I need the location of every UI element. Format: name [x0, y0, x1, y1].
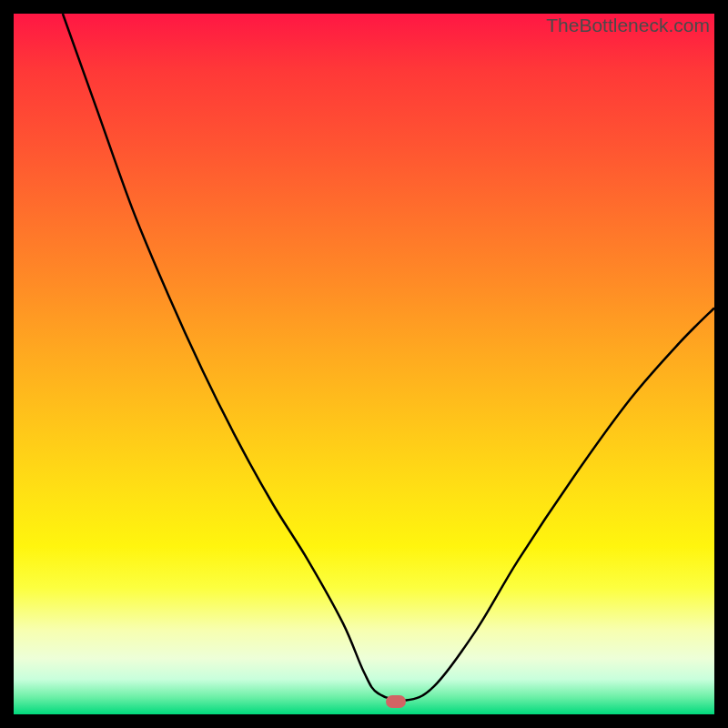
attribution-label: TheBottleneck.com [546, 15, 710, 36]
gradient-plot-area [14, 14, 714, 714]
optimal-marker [386, 695, 406, 708]
bottleneck-curve [63, 14, 714, 701]
curve-layer [14, 14, 714, 714]
